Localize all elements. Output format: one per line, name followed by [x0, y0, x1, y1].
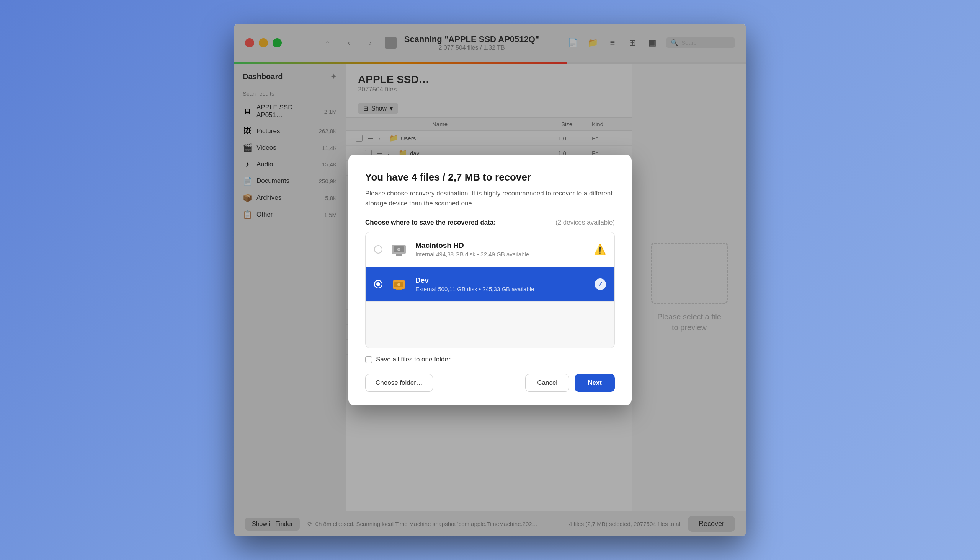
macintosh-desc: Internal 494,38 GB disk • 32,49 GB avail…: [415, 251, 587, 257]
macintosh-drive-icon: [389, 240, 408, 259]
main-window: ⌂ ‹ › Scanning "APPLE SSD AP0512Q" 2 077…: [234, 24, 746, 536]
device-list: Macintosh HD Internal 494,38 GB disk • 3…: [365, 232, 615, 348]
device-dev[interactable]: Dev External 500,11 GB disk • 245,33 GB …: [366, 267, 614, 302]
cancel-button[interactable]: Cancel: [525, 374, 569, 392]
svg-rect-7: [396, 289, 402, 290]
device-area-empty: [366, 302, 614, 348]
macintosh-name: Macintosh HD: [415, 242, 587, 250]
svg-rect-2: [396, 254, 402, 255]
save-all-label: Save all files to one folder: [376, 356, 451, 363]
save-all-checkbox[interactable]: [365, 356, 372, 363]
macintosh-info: Macintosh HD Internal 494,38 GB disk • 3…: [415, 242, 587, 257]
choose-folder-button[interactable]: Choose folder…: [365, 374, 433, 392]
save-all-checkbox-row[interactable]: Save all files to one folder: [365, 356, 615, 363]
dev-drive-icon: [389, 275, 408, 294]
svg-point-4: [398, 248, 400, 250]
check-icon: ✓: [595, 278, 606, 290]
device-radio-macintosh: [374, 245, 383, 253]
dev-desc: External 500,11 GB disk • 245,33 GB avai…: [415, 286, 588, 292]
radio-dot: [376, 282, 380, 286]
modal-buttons: Choose folder… Cancel Next: [365, 374, 615, 392]
next-button[interactable]: Next: [575, 374, 615, 392]
svg-point-8: [397, 283, 400, 286]
modal-choose-label-text: Choose where to save the recovered data:: [365, 219, 496, 227]
device-macintosh-hd[interactable]: Macintosh HD Internal 494,38 GB disk • 3…: [366, 232, 614, 267]
dev-info: Dev External 500,11 GB disk • 245,33 GB …: [415, 276, 588, 292]
device-radio-dev: [374, 280, 383, 288]
modal-right-buttons: Cancel Next: [525, 374, 615, 392]
recovery-modal: You have 4 files / 2,7 MB to recover Ple…: [348, 155, 632, 405]
warning-icon: ⚠️: [594, 244, 606, 255]
modal-choose-row: Choose where to save the recovered data:…: [365, 219, 615, 227]
dev-name: Dev: [415, 276, 588, 285]
modal-devices-count-text: (2 devices available): [555, 219, 615, 227]
modal-title: You have 4 files / 2,7 MB to recover: [365, 172, 615, 183]
modal-description: Please choose recovery destination. It i…: [365, 188, 615, 208]
modal-overlay: You have 4 files / 2,7 MB to recover Ple…: [234, 24, 746, 536]
